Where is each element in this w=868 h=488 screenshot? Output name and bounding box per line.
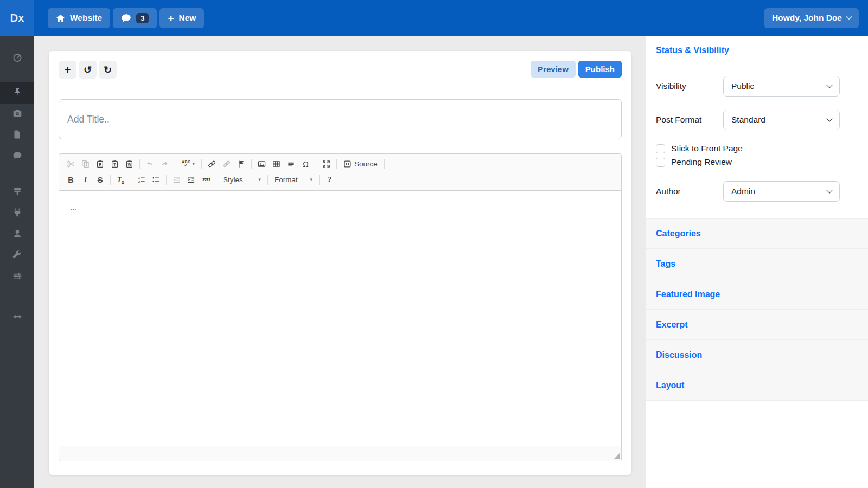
insert-table-button[interactable] [269, 157, 284, 171]
sidebar-item-dashboard[interactable] [0, 48, 34, 69]
unlink-button[interactable] [219, 157, 234, 171]
comments-count-badge: 3 [136, 13, 149, 23]
new-button[interactable]: + New [159, 8, 204, 28]
italic-button[interactable]: I [78, 173, 93, 187]
sidebar-item-settings[interactable] [0, 266, 34, 287]
section-discussion[interactable]: Discussion [646, 340, 868, 370]
chevron-down-icon [826, 187, 832, 193]
sidebar-item-tools[interactable] [0, 245, 34, 266]
website-button[interactable]: Website [48, 8, 110, 28]
plus-icon: + [65, 65, 71, 75]
anchor-flag-button[interactable] [234, 157, 248, 171]
decrease-indent-button[interactable] [169, 173, 184, 187]
post-format-select[interactable]: Standard [723, 110, 840, 130]
undo-icon: ↺ [84, 65, 92, 75]
link-button[interactable] [205, 157, 219, 171]
stick-front-page-label: Stick to Front Page [671, 144, 743, 153]
comments-button[interactable]: 3 [113, 8, 157, 28]
toolbar-separator [336, 159, 337, 169]
sidebar-item-posts[interactable] [0, 82, 34, 104]
svg-text:T: T [113, 163, 116, 166]
chevron-down-icon [826, 82, 832, 88]
paste-from-word-button[interactable]: W [122, 157, 137, 171]
styles-dropdown[interactable]: Styles ▾ [219, 173, 265, 187]
sidebar-item-pages[interactable] [0, 125, 34, 146]
blockquote-button[interactable]: ”” [199, 173, 213, 187]
copy-button[interactable] [78, 157, 93, 171]
user-menu-button[interactable]: Howdy, John Doe [764, 8, 859, 28]
help-button[interactable]: ? [322, 173, 337, 187]
caret-down-icon: ▾ [193, 162, 195, 166]
remove-format-button[interactable]: Tx [113, 173, 128, 187]
editor-toolbar-row-2: B I S Tx 12 [63, 172, 617, 188]
special-character-button[interactable]: Ω [298, 157, 313, 171]
post-format-label: Post Format [656, 115, 723, 125]
undo-button[interactable]: ↺ [79, 61, 97, 79]
visibility-select[interactable]: Public [723, 76, 840, 97]
new-label: New [179, 13, 196, 23]
sidebar-item-appearance[interactable] [0, 182, 34, 203]
toolbar-separator [384, 159, 385, 169]
stick-front-page-checkbox[interactable] [656, 144, 665, 153]
camera-icon [12, 108, 22, 120]
author-row: Author Admin [656, 181, 840, 202]
source-label: Source [354, 160, 378, 168]
pending-review-checkbox[interactable] [656, 158, 665, 167]
file-icon [12, 130, 22, 142]
toolbar-separator [319, 175, 320, 185]
section-tags[interactable]: Tags [646, 249, 868, 279]
sidebar-collapse-toggle[interactable] [0, 307, 34, 328]
toolbar-separator [201, 159, 202, 169]
website-label: Website [70, 13, 102, 23]
ordered-list-button[interactable]: 12 [134, 173, 149, 187]
section-status-visibility[interactable]: Status & Visibility [646, 36, 868, 65]
user-icon [12, 229, 22, 241]
bullet-list-button[interactable] [149, 173, 163, 187]
caret-down-icon: ▾ [310, 177, 312, 182]
horizontal-rule-button[interactable] [284, 157, 298, 171]
publish-button[interactable]: Publish [578, 61, 622, 78]
source-button[interactable]: Source [340, 157, 381, 171]
sidebar [0, 36, 34, 488]
section-featured-image[interactable]: Featured Image [646, 279, 868, 310]
toolbar-undo-button[interactable] [143, 157, 157, 171]
toolbar-redo-button[interactable] [157, 157, 172, 171]
sidebar-item-plugins[interactable] [0, 203, 34, 224]
comment-bubble-icon [121, 14, 131, 23]
block-tools: + ↺ ↻ [59, 61, 117, 79]
section-excerpt[interactable]: Excerpt [646, 310, 868, 340]
editor-content-area[interactable]: ... [59, 191, 621, 446]
app-logo[interactable]: Dx [0, 0, 34, 36]
sidebar-item-comments[interactable] [0, 146, 34, 167]
bold-button[interactable]: B [63, 173, 78, 187]
author-select[interactable]: Admin [723, 181, 840, 202]
editor-card: + ↺ ↻ Preview Publish [49, 51, 631, 475]
editor-toolbar: T W ABC ✓ [59, 154, 621, 191]
format-dropdown[interactable]: Format ▾ [271, 173, 316, 187]
caret-down-icon: ▾ [258, 177, 261, 182]
omega-icon: Ω [303, 160, 308, 169]
paste-button[interactable] [93, 157, 107, 171]
visibility-value: Public [731, 81, 754, 91]
pending-review-row: Pending Review [656, 157, 840, 167]
cut-button[interactable] [63, 157, 78, 171]
section-categories[interactable]: Categories [646, 219, 868, 249]
wrench-icon [12, 250, 22, 262]
spell-check-button[interactable]: ABC ✓ ▾ [178, 157, 199, 171]
author-label: Author [656, 187, 723, 196]
visibility-row: Visibility Public [656, 76, 840, 97]
strikethrough-button[interactable]: S [93, 173, 107, 187]
section-layout[interactable]: Layout [646, 370, 868, 401]
paste-as-text-button[interactable]: T [107, 157, 122, 171]
add-block-button[interactable]: + [59, 61, 76, 79]
sidebar-item-media[interactable] [0, 104, 34, 125]
post-title-input[interactable] [59, 99, 622, 139]
redo-button[interactable]: ↻ [99, 61, 117, 79]
chevron-down-icon [826, 115, 832, 121]
resize-handle[interactable] [614, 453, 620, 459]
maximize-button[interactable] [319, 157, 334, 171]
sidebar-item-users[interactable] [0, 224, 34, 245]
insert-image-button[interactable] [254, 157, 269, 171]
preview-button[interactable]: Preview [531, 61, 576, 78]
increase-indent-button[interactable] [184, 173, 199, 187]
